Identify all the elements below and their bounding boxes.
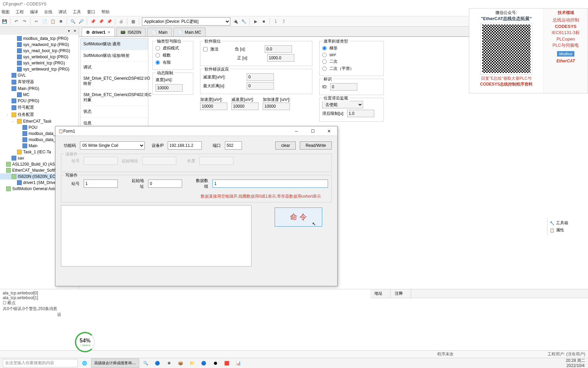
stepover-icon[interactable]: ⤴	[281, 18, 287, 25]
menu-view[interactable]: 视图	[1, 9, 10, 15]
ip-input[interactable]	[168, 141, 202, 150]
ramp-quadsmooth-radio[interactable]	[322, 66, 327, 71]
w-data-input[interactable]	[212, 180, 328, 188]
app7-icon[interactable]: 📊	[234, 358, 243, 368]
props-tab[interactable]: 属性	[556, 227, 564, 233]
undo-icon[interactable]: ↶	[13, 18, 19, 25]
w-station-input[interactable]	[84, 180, 118, 188]
tab-driver1[interactable]: ⚙ driver1 ✕	[82, 28, 115, 36]
menu-project[interactable]: 工程	[16, 9, 24, 15]
bookmark1-icon[interactable]: 📌	[90, 18, 96, 25]
axis-modulo-radio[interactable]	[156, 53, 160, 58]
tree-item[interactable]: POU (PRG)	[0, 98, 79, 104]
tree-item[interactable]: sys_read_bool_tcp (PRG)	[0, 48, 79, 54]
w-addr-input[interactable]	[148, 180, 182, 188]
readwrite-button[interactable]: Read/Write	[300, 141, 332, 150]
tree-item[interactable]: 库管理器	[0, 78, 79, 86]
ramp-quad-radio[interactable]	[322, 59, 327, 64]
fn-select[interactable]: 05 Write Single Coil	[80, 141, 145, 150]
err-dist-input[interactable]	[247, 82, 274, 90]
step-icon[interactable]: ⤵	[273, 18, 279, 25]
login-icon[interactable]: 🔌	[232, 18, 239, 25]
app3-icon[interactable]: 📦	[176, 358, 185, 368]
output-textarea[interactable]	[61, 205, 251, 266]
config-nav-item[interactable]: SoftMotion驱动:缩放/映射	[81, 50, 148, 62]
menu-tools[interactable]: 工具	[73, 9, 81, 15]
col-addr[interactable]: 地址	[370, 289, 391, 298]
bookmark3-icon[interactable]: 📌	[106, 18, 112, 25]
bookmark2-icon[interactable]: 📌	[98, 18, 104, 25]
tab-main[interactable]: 📄 Main	[147, 28, 172, 36]
col-comment[interactable]: 注释	[391, 289, 411, 298]
app2-icon[interactable]: ❄	[164, 358, 174, 368]
replace-icon[interactable]: 🔎	[78, 18, 84, 25]
logout-icon[interactable]: 🔧	[241, 18, 247, 25]
grid-icon[interactable]: ▦	[130, 18, 136, 25]
axis-virtual-radio[interactable]	[156, 46, 160, 50]
pin-icon[interactable]: ▾	[66, 28, 71, 33]
run-icon[interactable]: ▶	[252, 18, 259, 25]
search-icon[interactable]: 🔍	[141, 358, 151, 368]
menu-window[interactable]: 窗口	[87, 9, 95, 15]
app4-icon[interactable]: 📁	[187, 358, 197, 368]
save-icon[interactable]: 💾	[1, 18, 7, 25]
find-icon[interactable]: 🔍	[70, 18, 76, 25]
pos-limit-input[interactable]	[267, 54, 294, 62]
tab-main-mc[interactable]: 📄 Main.MC	[173, 28, 206, 36]
app5-icon[interactable]: 🔵	[199, 358, 209, 368]
ie-icon[interactable]: 🌐	[80, 358, 89, 368]
dec-input[interactable]	[231, 103, 259, 110]
tree-item[interactable]: modbus_data_tcp (PRG)	[0, 35, 79, 42]
delete-icon[interactable]: ✖	[58, 18, 64, 25]
clear-button[interactable]: clear	[275, 141, 296, 150]
err-dec-input[interactable]	[247, 73, 274, 81]
velocity-input[interactable]	[156, 84, 183, 92]
app6-icon[interactable]: 🟥	[222, 358, 232, 368]
close-icon[interactable]: ✕	[324, 127, 334, 135]
taskbar-search[interactable]: 在这里输入你要搜索的内容	[3, 359, 78, 367]
cut-icon[interactable]: ✂	[33, 18, 39, 25]
config-nav-item[interactable]: 调试	[81, 62, 148, 73]
edge-icon[interactable]: 🔵	[153, 358, 162, 368]
tab-is620n[interactable]: 📟 IS620N	[116, 28, 146, 36]
ramp-trap-radio[interactable]	[322, 46, 327, 50]
neg-limit-input[interactable]	[265, 45, 292, 53]
ramp-sin2-radio[interactable]	[322, 53, 327, 57]
jerk-input[interactable]	[263, 103, 290, 110]
sw-limit-activate-check[interactable]	[203, 47, 208, 51]
minimize-icon[interactable]: ─	[291, 127, 302, 135]
tree-item[interactable]: sys_writeint_tcp (PRG)	[0, 60, 79, 66]
tree-item[interactable]: sys_writeword_tcp (PRG)	[0, 66, 79, 72]
vs-icon[interactable]: ⬣	[211, 358, 220, 368]
tree-item[interactable]: sys_writebool_tcp (PRG)	[0, 54, 79, 60]
tree-item[interactable]: Main (PRG)	[0, 86, 79, 92]
toolbox-tab[interactable]: 工具箱	[556, 220, 568, 226]
menu-debug[interactable]: 调试	[59, 9, 67, 15]
config-nav-item[interactable]: SM_Drive_ETC_GenericDSP402:IEC对象	[81, 90, 148, 106]
port-input[interactable]	[225, 141, 242, 150]
axis-finite-radio[interactable]	[156, 60, 160, 65]
menu-online[interactable]: 在线	[44, 9, 52, 15]
tree-item[interactable]: 符号配置	[0, 104, 79, 111]
id-input[interactable]	[330, 83, 357, 91]
tree-item[interactable]: sys_readword_tcp (PRG)	[0, 42, 79, 48]
copy-icon[interactable]: 📄	[42, 18, 48, 25]
tree-item[interactable]: -EtherCAT_Task	[0, 118, 79, 124]
application-select[interactable]: Application [Device: PLC逻辑]	[142, 17, 230, 26]
config-nav-item[interactable]: SM_Drive_ETC_GenericDSP402:I/O映射	[81, 73, 148, 90]
stop-icon[interactable]: ■	[261, 18, 267, 25]
lag-input[interactable]	[347, 110, 374, 117]
close-panel-icon[interactable]: ✕	[72, 28, 77, 33]
tree-item[interactable]: MC	[0, 92, 79, 98]
paste-icon[interactable]: 📋	[50, 18, 56, 25]
config-nav-item[interactable]: 状态	[81, 106, 148, 118]
taskbar-clock[interactable]: 20:28 周二 2022/10/4	[566, 358, 585, 368]
redo-icon[interactable]: ↷	[21, 18, 28, 25]
menu-build[interactable]: 编译	[30, 9, 38, 15]
tree-item[interactable]: GVL	[0, 72, 79, 78]
config-nav-item[interactable]: SoftMotion驱动:通用	[81, 39, 148, 50]
taskbar-app[interactable]: 高级级会计师成绩查询-...	[91, 358, 139, 368]
menu-help[interactable]: 帮助	[101, 9, 110, 15]
poslag-mode-select[interactable]: 去使能	[322, 101, 363, 108]
print-icon[interactable]: 🖨	[118, 18, 124, 25]
